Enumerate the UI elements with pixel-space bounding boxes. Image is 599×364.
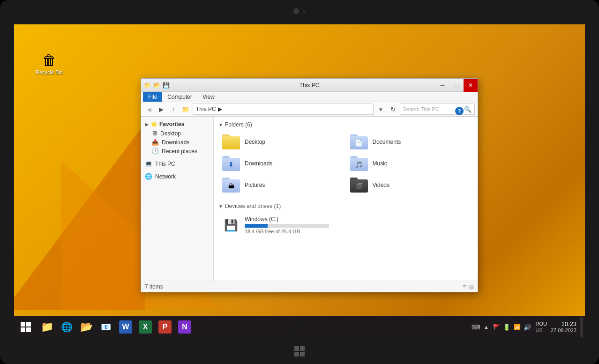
taskbar-app-word[interactable]: W bbox=[116, 317, 135, 337]
ribbon: File Computer View ? bbox=[141, 92, 478, 102]
drive-name: Windows (C:) bbox=[245, 216, 469, 223]
tray-chevron[interactable]: ▲ bbox=[482, 323, 490, 331]
sidebar-sep-1 bbox=[141, 156, 213, 159]
network-icon: 🌐 bbox=[145, 173, 152, 180]
show-desktop-button[interactable] bbox=[580, 317, 583, 337]
sidebar-sep-2 bbox=[141, 168, 213, 172]
title-bar-icons: 📁 📂 💾 bbox=[143, 81, 170, 89]
music-folder-label: Music bbox=[373, 160, 387, 167]
sidebar-item-recent[interactable]: 🕐 Recent places bbox=[141, 147, 213, 156]
lang-section: ROU US bbox=[533, 320, 548, 334]
tab-file[interactable]: File bbox=[143, 92, 162, 102]
sidebar-item-downloads[interactable]: 📥 Downloads bbox=[141, 138, 213, 147]
keyboard-icon[interactable]: ⌨ bbox=[472, 323, 480, 331]
camera-dot bbox=[303, 10, 306, 13]
search-placeholder: Search This PC bbox=[403, 106, 462, 112]
folder-videos[interactable]: 🎬 Videos bbox=[346, 175, 473, 195]
recycle-bin-icon[interactable]: 🗑 Recycle Bin bbox=[33, 52, 66, 75]
favorites-chevron: ▶ bbox=[145, 122, 149, 127]
folder-music[interactable]: 🎵 Music bbox=[346, 153, 473, 174]
back-button[interactable]: ◀ bbox=[144, 104, 154, 114]
pictures-folder-label: Pictures bbox=[245, 182, 265, 188]
sidebar-desktop-label: Desktop bbox=[160, 130, 181, 137]
desktop-icon-sm: 🖥 bbox=[151, 130, 157, 137]
taskbar-app-outlook[interactable]: 📧 bbox=[97, 317, 115, 337]
documents-folder-icon: 📄 bbox=[350, 134, 369, 149]
clock-date: 27.08.2023 bbox=[551, 327, 577, 334]
folders-chevron: ▼ bbox=[218, 122, 223, 127]
list-view-button[interactable]: ≡ bbox=[463, 283, 466, 290]
camera-lens bbox=[293, 8, 299, 14]
refresh-dropdown-button[interactable]: ▾ bbox=[375, 104, 386, 114]
taskbar-app-file-mgr[interactable]: 📂 bbox=[77, 317, 96, 337]
sidebar-this-pc-label: This PC bbox=[155, 161, 175, 167]
clock-time: 10:23 bbox=[551, 320, 577, 328]
taskbar-app-excel[interactable]: X bbox=[136, 317, 155, 337]
tb-icon-2: 📂 bbox=[152, 81, 161, 89]
volume-icon[interactable]: 🔊 bbox=[523, 323, 532, 331]
breadcrumb-arrow: ▶ bbox=[218, 106, 222, 112]
explorer-body: ▶ ⭐ Favorites 🖥 Desktop 📥 Downloads 🕐 bbox=[141, 117, 478, 281]
folders-section-header: ▼ Folders (6) bbox=[218, 121, 473, 128]
taskbar-app-onenote[interactable]: N bbox=[175, 317, 194, 337]
notification-icon[interactable]: 🚩 bbox=[492, 323, 501, 331]
tb-icon-3: 💾 bbox=[162, 81, 170, 89]
folders-label: Folders (6) bbox=[225, 121, 252, 128]
title-bar: 📁 📂 💾 This PC ─ □ ✕ bbox=[141, 79, 478, 92]
explorer-window: 📁 📂 💾 This PC ─ □ ✕ File Computer View bbox=[141, 78, 478, 292]
grid-view-button[interactable]: ⊞ bbox=[468, 283, 474, 290]
recent-folders-button[interactable]: 📁 bbox=[180, 104, 191, 114]
documents-folder-label: Documents bbox=[373, 139, 401, 145]
forward-button[interactable]: ▶ bbox=[156, 104, 166, 114]
sidebar-item-this-pc[interactable]: 💻 This PC bbox=[141, 159, 213, 168]
videos-folder-label: Videos bbox=[373, 182, 389, 188]
recycle-bin-label: Recycle Bin bbox=[36, 69, 63, 75]
minimize-button[interactable]: ─ bbox=[435, 79, 449, 92]
ribbon-tabs: File Computer View bbox=[141, 92, 478, 102]
taskbar-app-file-explorer[interactable]: 📁 bbox=[37, 317, 56, 337]
screen: 🗑 Recycle Bin 📁 📂 💾 This PC ─ □ ✕ bbox=[14, 24, 585, 338]
sidebar-item-desktop[interactable]: 🖥 Desktop bbox=[141, 129, 213, 138]
breadcrumb-this-pc: This PC bbox=[196, 106, 216, 112]
refresh-button[interactable]: ↻ bbox=[388, 104, 398, 114]
search-bar[interactable]: Search This PC 🔍 bbox=[400, 104, 475, 115]
drive-bar-bg bbox=[245, 224, 329, 228]
tab-view[interactable]: View bbox=[197, 92, 220, 102]
file-mgr-icon: 📂 bbox=[80, 321, 93, 333]
favorites-header: ▶ ⭐ Favorites bbox=[141, 119, 213, 129]
devices-section: ▼ Devices and drives (1) 💾 Windows (C:) bbox=[218, 203, 473, 237]
desktop-folder-icon bbox=[222, 134, 241, 149]
sidebar-network-label: Network bbox=[155, 173, 176, 180]
breadcrumb-bar[interactable]: This PC ▶ bbox=[193, 104, 374, 115]
view-icons: ≡ ⊞ bbox=[463, 283, 474, 290]
devices-section-header: ▼ Devices and drives (1) bbox=[218, 203, 473, 209]
status-bar: 7 items ≡ ⊞ bbox=[141, 281, 478, 292]
battery-icon[interactable]: 🔋 bbox=[502, 323, 511, 331]
drive-windows-c[interactable]: 💾 Windows (C:) 18.4 GB free of 25.4 GB bbox=[218, 213, 473, 237]
file-explorer-icon: 📁 bbox=[41, 321, 53, 333]
folder-pictures[interactable]: 🏔 Pictures bbox=[218, 175, 345, 195]
sidebar-downloads-label: Downloads bbox=[162, 139, 189, 146]
taskbar-app-ie[interactable]: 🌐 bbox=[57, 317, 76, 337]
downloads-folder-label: Downloads bbox=[245, 160, 272, 167]
clock[interactable]: 10:23 27.08.2023 bbox=[551, 320, 577, 334]
start-button[interactable] bbox=[16, 317, 36, 337]
folder-desktop[interactable]: Desktop bbox=[218, 132, 345, 152]
sidebar-item-network[interactable]: 🌐 Network bbox=[141, 172, 213, 181]
windows-button-icon bbox=[294, 346, 305, 357]
hdd-icon: 💾 bbox=[224, 219, 238, 232]
tb-icon-1: 📁 bbox=[143, 81, 151, 89]
folder-downloads[interactable]: ⬇ Downloads bbox=[218, 153, 345, 174]
taskbar-app-powerpoint[interactable]: P bbox=[156, 317, 174, 337]
sidebar: ▶ ⭐ Favorites 🖥 Desktop 📥 Downloads 🕐 bbox=[141, 117, 214, 281]
up-button[interactable]: ↑ bbox=[168, 104, 179, 114]
windows-button[interactable] bbox=[292, 344, 307, 358]
tablet-bezel: 🗑 Recycle Bin 📁 📂 💾 This PC ─ □ ✕ bbox=[0, 0, 599, 364]
signal-icon[interactable]: 📶 bbox=[513, 323, 521, 331]
restore-button[interactable]: □ bbox=[449, 79, 464, 92]
help-button[interactable]: ? bbox=[455, 107, 464, 115]
close-button[interactable]: ✕ bbox=[464, 79, 478, 92]
tab-computer[interactable]: Computer bbox=[162, 92, 197, 102]
window-title: This PC bbox=[300, 82, 320, 89]
folder-documents[interactable]: 📄 Documents bbox=[346, 132, 473, 152]
